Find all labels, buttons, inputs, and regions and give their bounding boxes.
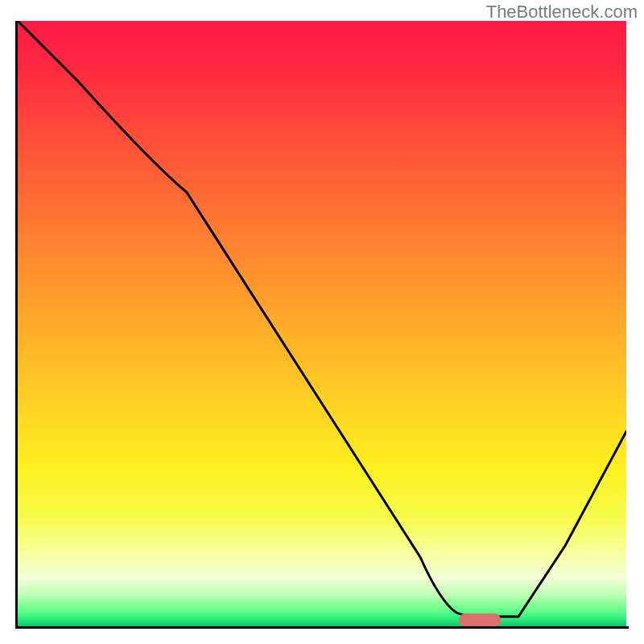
chart-container: TheBottleneck.com [0, 0, 644, 644]
optimal-point-marker [459, 613, 501, 626]
y-axis [15, 21, 18, 629]
bottleneck-curve [18, 21, 626, 626]
watermark-text: TheBottleneck.com [486, 2, 638, 23]
curve-path [18, 21, 626, 617]
x-axis [15, 626, 629, 629]
plot-area [18, 21, 626, 626]
